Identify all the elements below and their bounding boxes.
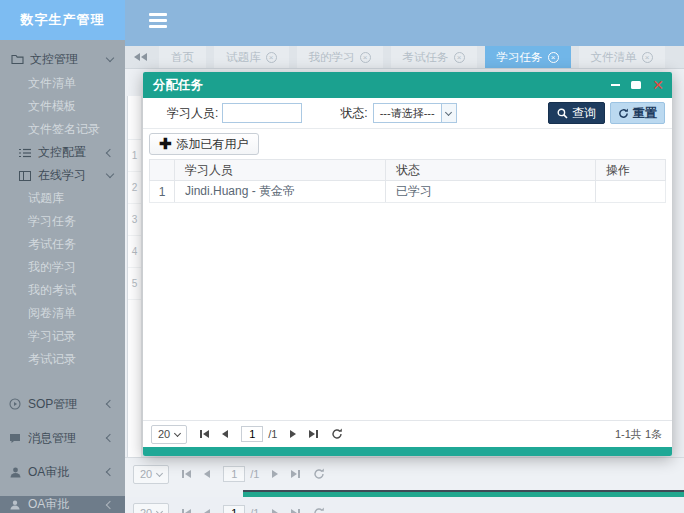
prev-page-button[interactable]: [222, 430, 228, 438]
first-page-button[interactable]: [182, 470, 191, 478]
assignees-table: 学习人员 状态 操作 1 Jindi.Huang - 黄金帝 已学习: [149, 159, 666, 203]
prev-page-button[interactable]: [204, 509, 210, 513]
page-input[interactable]: [223, 466, 245, 482]
close-icon[interactable]: ✕: [652, 79, 664, 91]
tab-close-icon[interactable]: ×: [454, 52, 465, 63]
top-bar: [125, 0, 684, 40]
tab-home[interactable]: 首页: [159, 46, 206, 68]
page-size-select[interactable]: 20: [133, 503, 169, 513]
assign-task-dialog: 分配任务 ✕ 学习人员: 状态: ---请选择--- 查询 重置: [143, 72, 672, 456]
prev-page-button[interactable]: [204, 470, 210, 478]
maximize-icon[interactable]: [631, 81, 641, 89]
tab-close-icon[interactable]: ×: [266, 52, 277, 63]
sidebar-item-oa[interactable]: OA审批: [0, 457, 125, 487]
first-page-button[interactable]: [200, 430, 209, 438]
folder-icon: [10, 54, 24, 65]
page-total-label: /1: [250, 468, 259, 480]
sidebar-item-sop[interactable]: SOP管理: [0, 389, 125, 419]
plus-icon: ✚: [159, 138, 172, 150]
tab-question-bank[interactable]: 试题库 ×: [214, 46, 289, 68]
chevron-left-icon: [106, 148, 114, 156]
last-page-button[interactable]: [291, 470, 300, 478]
chevron-down-icon: [441, 104, 456, 122]
table-row[interactable]: 1 Jindi.Huang - 黄金帝 已学习: [149, 181, 666, 203]
play-circle-icon: [8, 398, 22, 410]
dialog-header[interactable]: 分配任务 ✕: [143, 72, 672, 98]
sidebar-item-exam-task[interactable]: 考试任务: [0, 233, 125, 256]
refresh-icon[interactable]: [313, 468, 325, 480]
first-page-button[interactable]: [182, 509, 191, 513]
scroll-tabs-left-icon[interactable]: [134, 53, 147, 61]
page-total-label: /1: [250, 507, 259, 513]
last-page-button[interactable]: [291, 509, 300, 513]
next-page-button[interactable]: [272, 509, 278, 513]
bottom-bar-oa-item[interactable]: OA审批: [0, 496, 125, 513]
sidebar-item-my-exam[interactable]: 我的考试: [0, 279, 125, 302]
minimize-icon[interactable]: [611, 84, 620, 86]
tab-exam-task[interactable]: 考试任务 ×: [391, 46, 477, 68]
chevron-left-icon: [106, 500, 114, 508]
sidebar: 文控管理 文件清单 文件模板 文件签名记录 文控配置 在线学习 试题库 学习任务…: [0, 40, 125, 496]
tab-strip: 首页 试题库 × 我的学习 × 考试任务 × 学习任务 × 文件清单 ×: [125, 46, 684, 69]
chevron-down-icon: [106, 53, 114, 61]
bottom-cut-pagination-bar: 20 /1: [125, 497, 684, 513]
tab-my-learning[interactable]: 我的学习 ×: [297, 46, 383, 68]
row-person: Jindi.Huang - 黄金帝: [175, 181, 386, 202]
sidebar-item-question-bank[interactable]: 试题库: [0, 187, 125, 210]
sidebar-item-message[interactable]: 消息管理: [0, 423, 125, 453]
sidebar-item-exam-record[interactable]: 考试记录: [0, 348, 125, 371]
background-pagination-bar: 20 /1: [125, 457, 684, 490]
table-header-person: 学习人员: [175, 160, 386, 180]
app-logo: 数字生产管理: [0, 0, 125, 40]
dialog-pagination-bar: 20 /1 1-1共 1条: [143, 420, 672, 447]
next-page-button[interactable]: [272, 470, 278, 478]
sidebar-item-doc-control[interactable]: 文控管理: [0, 46, 125, 72]
page-size-select[interactable]: 20: [133, 465, 169, 484]
refresh-icon[interactable]: [331, 428, 343, 440]
dialog-title: 分配任务: [153, 77, 203, 94]
row-index: 1: [150, 181, 175, 202]
background-table-sliver: 1 2 3 4 5: [127, 96, 142, 457]
dialog-toolbar: ✚ 添加已有用户: [143, 129, 672, 159]
sidebar-item-learning-record[interactable]: 学习记录: [0, 325, 125, 348]
refresh-icon[interactable]: [313, 507, 325, 513]
tab-file-list[interactable]: 文件清单 ×: [579, 46, 665, 68]
sidebar-item-online-learning[interactable]: 在线学习: [0, 164, 125, 187]
table-header-status: 状态: [386, 160, 596, 180]
row-status: 已学习: [386, 181, 596, 202]
table-header-action: 操作: [596, 162, 665, 179]
table-header-index: [150, 160, 175, 180]
book-icon: [18, 171, 32, 181]
tab-close-icon[interactable]: ×: [360, 52, 371, 63]
table-header-row: 学习人员 状态 操作: [149, 159, 666, 181]
sidebar-item-file-list[interactable]: 文件清单: [0, 72, 125, 95]
sidebar-item-doc-config[interactable]: 文控配置: [0, 141, 125, 164]
sidebar-item-file-sign-record[interactable]: 文件签名记录: [0, 118, 125, 141]
page-input[interactable]: [223, 505, 245, 513]
chevron-down-icon: [106, 170, 114, 178]
chevron-left-icon: [106, 468, 114, 476]
tab-learning-task[interactable]: 学习任务 ×: [485, 46, 571, 68]
person-filter-input[interactable]: [222, 103, 302, 123]
sidebar-item-learning-task[interactable]: 学习任务: [0, 210, 125, 233]
app-window: 数字生产管理 文控管理 文件清单 文件模板 文件签名记录 文控配置 在线学习: [0, 0, 684, 513]
sidebar-item-marking-list[interactable]: 阅卷清单: [0, 302, 125, 325]
tab-close-icon[interactable]: ×: [642, 52, 653, 63]
page-input[interactable]: [241, 426, 263, 442]
add-user-button[interactable]: ✚ 添加已有用户: [149, 133, 259, 155]
sidebar-item-file-template[interactable]: 文件模板: [0, 95, 125, 118]
reset-button[interactable]: 重置: [610, 102, 665, 124]
person-filter-label: 学习人员:: [167, 105, 218, 122]
list-icon: [18, 148, 32, 158]
status-select[interactable]: ---请选择---: [373, 103, 457, 123]
table-empty-space: [143, 203, 672, 420]
search-button[interactable]: 查询: [548, 102, 605, 124]
page-size-select[interactable]: 20: [151, 425, 187, 444]
last-page-button[interactable]: [309, 430, 318, 438]
sidebar-item-my-learning[interactable]: 我的学习: [0, 256, 125, 279]
tab-close-icon[interactable]: ×: [548, 52, 559, 63]
chevron-left-icon: [106, 400, 114, 408]
hamburger-menu-icon[interactable]: [149, 13, 167, 28]
next-page-button[interactable]: [290, 430, 296, 438]
reset-icon: [618, 108, 629, 119]
